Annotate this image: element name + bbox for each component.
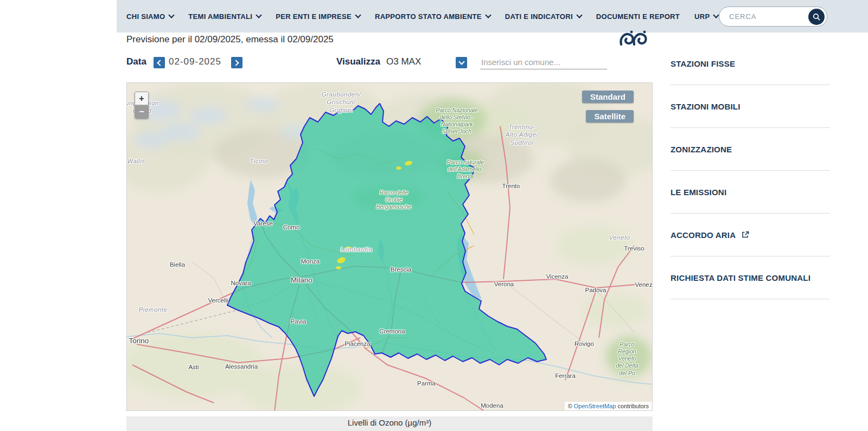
visualizza-dropdown-button[interactable]	[456, 57, 467, 68]
sidebar-item-stazioni-mobili[interactable]: STAZIONI MOBILI	[671, 85, 830, 128]
zoom-control: + −	[135, 92, 149, 119]
sidebar-item-label: STAZIONI FISSE	[671, 59, 735, 68]
nav-item-label: RAPPORTO STATO AMBIENTE	[375, 12, 482, 21]
map-canvas	[127, 83, 653, 411]
attribution-copyright: ©	[568, 403, 574, 409]
sidebar-item-zonizzazione[interactable]: ZONIZZAZIONE	[671, 128, 830, 171]
zoom-out-button[interactable]: −	[135, 105, 148, 118]
chevron-down-icon	[355, 12, 361, 18]
attribution-suffix: contributors	[616, 403, 649, 409]
nav-item-rapporto-stato-ambiente[interactable]: RAPPORTO STATO AMBIENTE	[375, 12, 490, 21]
date-value: 02-09-2025	[169, 56, 221, 67]
nav-item-dati-e-indicatori[interactable]: DATI E INDICATORI	[505, 12, 582, 21]
legend-title: Livelli di Ozono (µg/m³)	[348, 418, 432, 427]
sidebar-item-label: LE EMISSIONI	[671, 188, 726, 197]
sidebar: STAZIONI FISSESTAZIONI MOBILIZONIZZAZION…	[671, 33, 830, 299]
nav-item-urp[interactable]: URP	[694, 12, 718, 21]
search-box	[719, 7, 827, 27]
map[interactable]: ungsregion erlandGraubünden/ Grischun/ G…	[126, 82, 653, 411]
search-button[interactable]	[808, 9, 825, 25]
forecast-row: Previsione per il 02/09/2025, emessa il …	[126, 33, 653, 46]
nav-item-label: URP	[694, 12, 710, 21]
chevron-down-icon	[576, 12, 582, 18]
nav-item-label: PER ENTI E IMPRESE	[276, 12, 352, 21]
search-icon	[812, 12, 821, 21]
nav-item-chi-siamo[interactable]: CHI SIAMO	[126, 12, 174, 21]
forecast-line: Previsione per il 02/09/2025, emessa il …	[126, 33, 653, 46]
page: CHI SIAMOTEMI AMBIENTALIPER ENTI E IMPRE…	[0, 0, 868, 431]
nav-item-label: DATI E INDICATORI	[505, 12, 573, 21]
zoom-in-button[interactable]: +	[135, 92, 148, 105]
chevron-down-icon	[458, 59, 464, 65]
date-prev-button[interactable]	[154, 57, 165, 68]
sidebar-item-label: STAZIONI MOBILI	[671, 102, 741, 111]
nav-item-per-enti-e-imprese[interactable]: PER ENTI E IMPRESE	[276, 12, 360, 21]
legend-bar: Livelli di Ozono (µg/m³)	[126, 416, 653, 431]
visualizza-value: O3 MAX	[386, 56, 421, 67]
map-attribution: © OpenStreetMap contributors	[565, 402, 652, 410]
chevron-left-icon	[157, 60, 163, 66]
comune-input[interactable]	[480, 55, 607, 69]
nav-item-label: TEMI AMBIENTALI	[188, 12, 252, 21]
nav-item-documenti-e-report[interactable]: DOCUMENTI E REPORT	[596, 12, 680, 21]
satellite-layer-button[interactable]: Satellite	[586, 110, 634, 123]
main-content: Previsione per il 02/09/2025, emessa il …	[126, 33, 653, 431]
external-link-icon	[741, 230, 750, 239]
aria-logo-icon	[617, 29, 648, 52]
sidebar-item-label: ACCORDO ARIA	[671, 230, 736, 240]
chevron-down-icon	[485, 12, 491, 18]
chevron-down-icon	[169, 12, 175, 18]
date-next-button[interactable]	[231, 57, 242, 68]
visualizza-label: Visualizza	[336, 56, 380, 67]
chevron-down-icon	[256, 12, 262, 18]
nav-item-temi-ambientali[interactable]: TEMI AMBIENTALI	[188, 12, 261, 21]
sidebar-item-le-emissioni[interactable]: LE EMISSIONI	[671, 171, 830, 214]
nav-item-label: CHI SIAMO	[126, 12, 165, 21]
openstreetmap-link[interactable]: OpenStreetMap	[574, 403, 616, 409]
chevron-right-icon	[233, 60, 239, 66]
forecast-controls: Data 02-09-2025 Visualizza O3 MAX	[126, 55, 653, 70]
sidebar-item-accordo-aria[interactable]: ACCORDO ARIA	[671, 214, 830, 256]
top-navigation: CHI SIAMOTEMI AMBIENTALIPER ENTI E IMPRE…	[117, 0, 868, 33]
date-label: Data	[126, 56, 146, 67]
layer-buttons: Standard Satellite	[582, 91, 634, 123]
search-input[interactable]	[728, 12, 808, 21]
sidebar-item-stazioni-fisse[interactable]: STAZIONI FISSE	[671, 42, 830, 85]
sidebar-item-label: ZONIZZAZIONE	[671, 145, 732, 154]
sidebar-item-label: RICHIESTA DATI STIME COMUNALI	[671, 273, 810, 282]
nav-item-label: DOCUMENTI E REPORT	[596, 12, 680, 21]
sidebar-item-richiesta-dati-stime-comunali[interactable]: RICHIESTA DATI STIME COMUNALI	[671, 256, 830, 299]
standard-layer-button[interactable]: Standard	[582, 91, 634, 103]
